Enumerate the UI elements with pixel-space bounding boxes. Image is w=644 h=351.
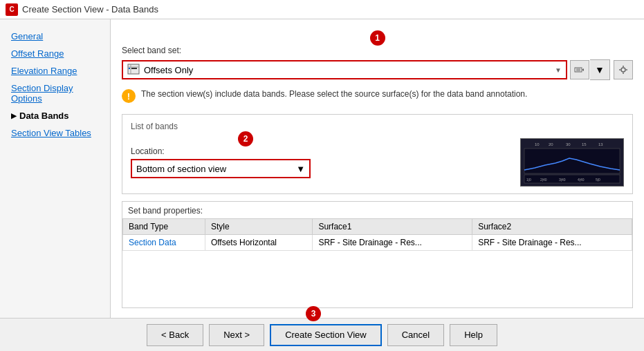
- footer-container: 3 < Back Next > Create Section View Canc…: [147, 324, 497, 346]
- edit-band-button[interactable]: [570, 60, 589, 79]
- location-label: Location:: [131, 146, 520, 156]
- sidebar: General Offset Range Elevation Range Sec…: [0, 19, 111, 318]
- svg-text:13: 13: [598, 142, 603, 146]
- cell-band-type: Section Data: [123, 235, 205, 251]
- create-section-view-button[interactable]: Create Section View: [270, 324, 382, 346]
- band-set-icon: [127, 64, 140, 77]
- help-button[interactable]: Help: [450, 324, 497, 346]
- col-header-style: Style: [205, 219, 313, 235]
- sidebar-item-elevation-range[interactable]: Elevation Range: [0, 62, 110, 79]
- sidebar-item-data-bands[interactable]: Data Bands: [0, 107, 110, 124]
- badge-2: 2: [238, 131, 253, 146]
- cell-surface1: SRF - Site Drainage - Res...: [313, 235, 472, 251]
- more-button[interactable]: ▼: [590, 60, 609, 79]
- svg-text:4|40: 4|40: [578, 178, 585, 182]
- col-header-surface2: Surface2: [472, 219, 632, 235]
- info-text: The section view(s) include data bands. …: [141, 88, 527, 100]
- next-button[interactable]: Next >: [209, 324, 264, 346]
- sidebar-item-offset-range[interactable]: Offset Range: [0, 45, 110, 62]
- svg-rect-5: [575, 68, 582, 72]
- back-button[interactable]: < Back: [147, 324, 203, 346]
- location-value: Bottom of section view: [136, 164, 296, 174]
- location-row: Location: Bottom of section view ▼ 10 20: [131, 138, 624, 187]
- svg-rect-20: [524, 175, 620, 183]
- location-left: Location: Bottom of section view ▼: [131, 146, 520, 178]
- col-header-band-type: Band Type: [123, 219, 205, 235]
- list-of-bands-section: List of bands 2 Location: Bottom of sect…: [122, 114, 633, 194]
- sidebar-item-general[interactable]: General: [0, 28, 110, 45]
- svg-point-8: [621, 68, 625, 72]
- svg-rect-4: [131, 68, 137, 69]
- sidebar-item-section-tables[interactable]: Section View Tables: [0, 124, 110, 142]
- cell-style: Offsets Horizontal: [205, 235, 313, 251]
- set-band-title: Set band properties:: [122, 202, 632, 218]
- settings-button[interactable]: [614, 60, 633, 79]
- svg-text:3|40: 3|40: [559, 178, 566, 182]
- svg-text:20: 20: [549, 142, 553, 146]
- location-arrow-icon: ▼: [296, 164, 305, 174]
- info-row: ! The section view(s) include data bands…: [122, 86, 633, 106]
- svg-rect-3: [129, 68, 130, 69]
- cancel-button[interactable]: Cancel: [387, 324, 444, 346]
- band-set-select[interactable]: Offsets Only ▼: [122, 60, 567, 79]
- app-icon: C: [6, 3, 18, 16]
- svg-text:2|40: 2|40: [540, 178, 547, 182]
- band-set-arrow-icon: ▼: [555, 66, 562, 74]
- band-set-container: 1 Select band set:: [122, 46, 633, 86]
- svg-text:5|0: 5|0: [596, 178, 600, 182]
- main-content: General Offset Range Elevation Range Sec…: [0, 19, 644, 318]
- band-set-label: Select band set:: [122, 46, 633, 55]
- band-set-row: Offsets Only ▼: [122, 59, 633, 80]
- window-title: Create Section View - Data Bands: [22, 4, 158, 15]
- svg-text:15: 15: [582, 142, 587, 146]
- band-set-value: Offsets Only: [144, 65, 555, 75]
- sidebar-item-section-display[interactable]: Section Display Options: [0, 79, 110, 107]
- cell-surface2: SRF - Site Drainage - Res...: [472, 235, 632, 251]
- dropdown-arrow-icon: ▼: [595, 64, 605, 75]
- warning-icon: !: [122, 89, 136, 103]
- list-of-bands-title: List of bands: [131, 122, 624, 131]
- table-row[interactable]: Section Data Offsets Horizontal SRF - Si…: [123, 235, 632, 251]
- col-header-surface1: Surface1: [313, 219, 472, 235]
- band-table: Band Type Style Surface1 Surface2 Sectio…: [122, 218, 632, 251]
- location-container: 2 Location: Bottom of section view ▼: [131, 138, 624, 187]
- badge-1: 1: [370, 30, 385, 46]
- badge-3: 3: [306, 306, 321, 321]
- svg-text:30: 30: [566, 142, 571, 146]
- svg-text:1|0: 1|0: [526, 178, 531, 182]
- band-set-select-inner: Offsets Only ▼: [127, 64, 562, 77]
- footer: 3 < Back Next > Create Section View Canc…: [0, 318, 644, 351]
- svg-text:10: 10: [535, 142, 540, 146]
- chart-preview: 10 20 30 15 13 1|0: [520, 138, 624, 187]
- title-bar: C Create Section View - Data Bands: [0, 0, 644, 19]
- toolbar-buttons: ▼: [570, 59, 633, 80]
- content-area: 1 Select band set:: [111, 19, 644, 318]
- location-select[interactable]: Bottom of section view ▼: [131, 159, 311, 178]
- set-band-section: Set band properties: Band Type Style Sur…: [122, 201, 633, 308]
- svg-rect-19: [524, 149, 620, 173]
